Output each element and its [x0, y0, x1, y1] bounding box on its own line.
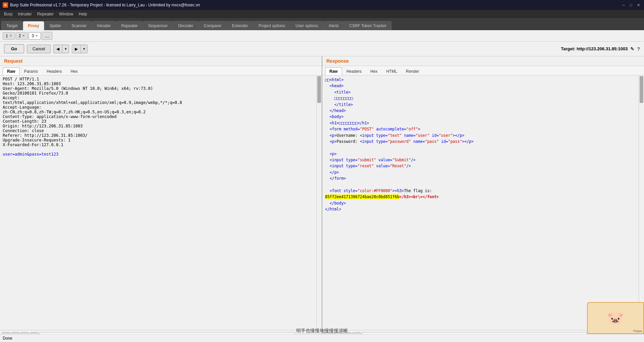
forward-nav[interactable]: ▶ ▼ — [72, 45, 88, 53]
menu-intruder[interactable]: Intruder — [15, 11, 34, 17]
tab-alerts[interactable]: Alerts — [323, 21, 344, 30]
status-bar: Done — [0, 334, 644, 342]
forward-dropdown[interactable]: ▼ — [81, 46, 87, 52]
target-info: Target: http://123.206.31.85:1003 ✎ ? — [561, 46, 640, 52]
more-tabs-button[interactable]: … — [42, 32, 52, 40]
app-icon: B — [3, 2, 8, 8]
request-tab-hex[interactable]: Hex — [66, 67, 82, 75]
back-dropdown[interactable]: ▼ — [62, 46, 69, 52]
response-tab-hex[interactable]: Hex — [366, 67, 382, 75]
menu-window[interactable]: Window — [56, 11, 76, 17]
tab-intruder[interactable]: Intruder — [92, 21, 116, 30]
title-text: B Burp Suite Professional v1.7.26 - Temp… — [3, 2, 200, 8]
tab-3[interactable]: 3 ✕ — [29, 32, 41, 40]
status-text: Done — [3, 336, 12, 341]
target-help-button[interactable]: ? — [637, 46, 640, 52]
tab-scanner[interactable]: Scanner — [66, 21, 92, 30]
close-button[interactable]: ✕ — [635, 2, 641, 8]
request-content: POST / HTTP/1.1 Host: 123.206.31.85:1003… — [0, 75, 316, 330]
menu-bar: Burp Intruder Repeater Window Help — [0, 10, 644, 18]
tab-decoder[interactable]: Decoder — [173, 21, 198, 30]
sticker-emoji: 🐷 — [607, 310, 624, 326]
response-tab-render[interactable]: Render — [401, 67, 423, 75]
request-scroll-area: POST / HTTP/1.1 Host: 123.206.31.85:1003… — [0, 75, 322, 330]
request-tab-raw[interactable]: Raw — [3, 67, 20, 75]
menu-repeater[interactable]: Repeater — [35, 11, 56, 17]
minimize-button[interactable]: ─ — [621, 2, 627, 8]
response-scroll-thumb[interactable] — [640, 76, 643, 103]
request-scroll-thumb[interactable] — [317, 76, 321, 103]
request-scrollbar[interactable] — [316, 75, 322, 330]
response-scroll-area: □□<html> <head> <title> □□□□□□□□ </title… — [322, 75, 644, 330]
banner-text: 明手也慢慢地慢慢慢清晰 — [296, 328, 348, 333]
tab-csrf[interactable]: CSRF Token Tracker — [344, 21, 391, 30]
cancel-button[interactable]: Cancel — [27, 45, 51, 53]
tab-repeater[interactable]: Repeater — [116, 21, 143, 30]
go-button[interactable]: Go — [4, 44, 24, 53]
tab-extender[interactable]: Extender — [227, 21, 253, 30]
main-tab-bar: Target Proxy Spider Scanner Intruder Rep… — [0, 18, 644, 30]
response-panel: Response Raw Headers Hex HTML Render □□<… — [322, 56, 644, 342]
response-tab-html[interactable]: HTML — [382, 67, 401, 75]
response-tab-headers[interactable]: Headers — [342, 67, 366, 75]
corner-sticker: 🐷 Peppa — [587, 302, 644, 334]
edit-target-button[interactable]: ✎ — [630, 46, 634, 52]
request-tab-headers[interactable]: Headers — [42, 67, 66, 75]
request-subtabs: Raw Params Headers Hex — [0, 66, 322, 75]
toolbar: Go Cancel ◀ ▼ ▶ ▼ Target: http://123.206… — [0, 42, 644, 56]
title-bar: B Burp Suite Professional v1.7.26 - Temp… — [0, 0, 644, 10]
toolbar-left: Go Cancel ◀ ▼ ▶ ▼ — [4, 44, 88, 53]
response-tab-raw[interactable]: Raw — [325, 67, 342, 75]
tab-2[interactable]: 2 ✕ — [16, 32, 28, 40]
tab-user-options[interactable]: User options — [290, 21, 323, 30]
response-scrollbar[interactable] — [639, 75, 644, 330]
response-subtabs: Raw Headers Hex HTML Render — [322, 66, 644, 75]
sticker-label: Peppa — [633, 329, 642, 333]
tab-1[interactable]: 1 ✕ — [3, 32, 15, 40]
close-tab-1[interactable]: ✕ — [9, 34, 12, 38]
back-button[interactable]: ◀ — [54, 45, 62, 53]
menu-burp[interactable]: Burp — [1, 11, 15, 17]
tab-spider[interactable]: Spider — [45, 21, 66, 30]
tab-comparer[interactable]: Comparer — [199, 21, 226, 30]
window-title: Burp Suite Professional v1.7.26 - Tempor… — [10, 3, 200, 7]
request-tab-params[interactable]: Params — [20, 67, 42, 75]
tab-sequencer[interactable]: Sequencer — [143, 21, 173, 30]
tab-proxy[interactable]: Proxy — [23, 21, 44, 30]
tab-target[interactable]: Target — [1, 21, 22, 30]
forward-button[interactable]: ▶ — [72, 45, 81, 53]
main-content: Request Raw Params Headers Hex POST / HT… — [0, 56, 644, 342]
number-tab-bar: 1 ✕ 2 ✕ 3 ✕ … — [0, 30, 644, 42]
request-header: Request — [0, 56, 322, 66]
maximize-button[interactable]: □ — [628, 2, 634, 8]
response-header: Response — [322, 56, 644, 66]
target-label: Target: http://123.206.31.85:1003 — [561, 46, 628, 51]
response-content: □□<html> <head> <title> □□□□□□□□ </title… — [322, 75, 639, 330]
request-text: POST / HTTP/1.1 Host: 123.206.31.85:1003… — [3, 77, 314, 157]
close-tab-3[interactable]: ✕ — [35, 34, 38, 38]
menu-help[interactable]: Help — [76, 11, 90, 17]
tab-project-options[interactable]: Project options — [254, 21, 290, 30]
close-tab-2[interactable]: ✕ — [22, 34, 25, 38]
bottom-banner: 明手也慢慢地慢慢慢清晰 — [296, 328, 348, 334]
window-controls[interactable]: ─ □ ✕ — [621, 2, 641, 8]
response-text: □□<html> <head> <title> □□□□□□□□ </title… — [325, 77, 636, 213]
back-nav[interactable]: ◀ ▼ — [53, 45, 69, 53]
request-panel: Request Raw Params Headers Hex POST / HT… — [0, 56, 322, 342]
